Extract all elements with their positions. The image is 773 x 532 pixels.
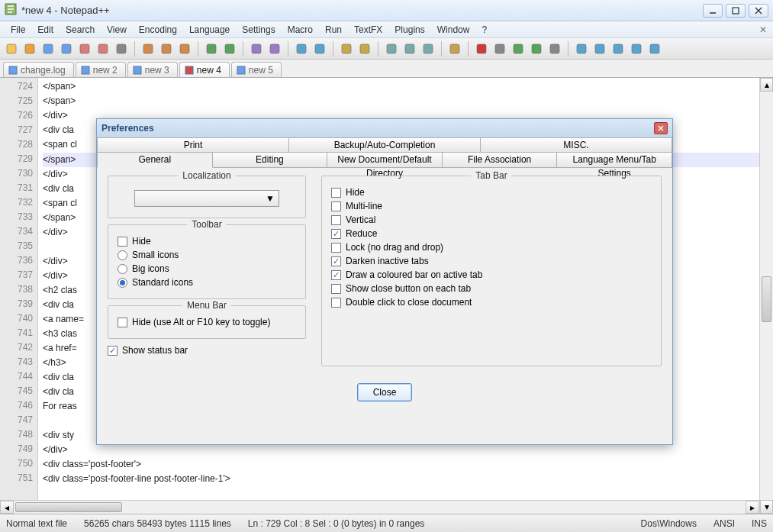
toolbar-big-radio[interactable]: Big icons bbox=[118, 263, 296, 274]
status-filetype: Normal text file bbox=[6, 518, 67, 529]
tab-backup[interactable]: Backup/Auto-Completion bbox=[289, 137, 481, 153]
indent-icon[interactable] bbox=[420, 40, 436, 57]
scroll-up-arrow-icon[interactable]: ▴ bbox=[760, 78, 773, 92]
menu-encoding[interactable]: Encoding bbox=[133, 23, 183, 37]
tabbar-option-1[interactable]: Multi-line bbox=[331, 201, 652, 211]
dialog-close-icon[interactable] bbox=[654, 122, 668, 134]
toolbar-standard-radio[interactable]: Standard icons bbox=[118, 277, 296, 288]
toolbar-legend: Toolbar bbox=[187, 219, 226, 230]
dialog-close-button[interactable]: Close bbox=[357, 383, 413, 401]
sync-h-icon[interactable] bbox=[356, 40, 373, 57]
menu-language[interactable]: Language bbox=[183, 23, 236, 37]
horizontal-scrollbar[interactable]: ◂ ▸ bbox=[0, 500, 759, 514]
save-icon[interactable] bbox=[40, 40, 56, 57]
menu-run[interactable]: Run bbox=[319, 23, 348, 37]
undo-icon[interactable] bbox=[203, 40, 220, 57]
paste-icon[interactable] bbox=[176, 40, 193, 57]
toolbar-small-radio[interactable]: Small icons bbox=[118, 250, 296, 260]
tabbar-option-4[interactable]: Lock (no drag and drop) bbox=[331, 242, 652, 253]
tab-newdoc[interactable]: New Document/Default Directory bbox=[327, 153, 443, 168]
doc-tab-4[interactable]: new 5 bbox=[231, 62, 282, 77]
menu-file[interactable]: File bbox=[5, 23, 31, 37]
toolbar-separator bbox=[333, 41, 333, 56]
show-statusbar-check[interactable]: Show status bar bbox=[108, 345, 306, 356]
toggle-2-icon[interactable] bbox=[591, 40, 608, 57]
tabbar-option-7[interactable]: Show close button on each tab bbox=[331, 283, 652, 294]
all-chars-icon[interactable] bbox=[401, 40, 418, 57]
tab-general[interactable]: General bbox=[97, 153, 213, 168]
zoom-out-icon[interactable] bbox=[311, 40, 328, 57]
save-macro-icon[interactable] bbox=[546, 40, 563, 57]
toggle-1-icon[interactable] bbox=[573, 40, 590, 57]
doc-tab-label: new 4 bbox=[197, 65, 221, 76]
tab-misc[interactable]: MISC. bbox=[481, 137, 672, 153]
scroll-thumb-h[interactable] bbox=[15, 502, 122, 512]
zoom-in-icon[interactable] bbox=[293, 40, 310, 57]
menu-edit[interactable]: Edit bbox=[31, 23, 60, 37]
find-icon[interactable] bbox=[248, 40, 265, 57]
close-button[interactable] bbox=[749, 4, 768, 18]
doc-tab-2[interactable]: new 3 bbox=[127, 62, 178, 77]
maximize-button[interactable] bbox=[726, 4, 746, 18]
doc-close-x-icon[interactable]: ✕ bbox=[759, 24, 767, 35]
tabbar-option-6[interactable]: Draw a coloured bar on active tab bbox=[331, 269, 652, 280]
open-file-icon[interactable] bbox=[21, 40, 38, 57]
dropdown-arrow-icon: ▼ bbox=[265, 193, 275, 204]
tabbar-option-8[interactable]: Double click to close document bbox=[331, 297, 652, 308]
minimize-button[interactable] bbox=[703, 4, 723, 18]
svg-rect-5 bbox=[62, 44, 71, 53]
menu-textfx[interactable]: TextFX bbox=[348, 23, 388, 37]
record-icon[interactable] bbox=[473, 40, 490, 57]
scroll-thumb-v[interactable] bbox=[762, 276, 771, 322]
doc-tab-0[interactable]: change.log bbox=[3, 62, 74, 77]
play-multi-icon[interactable] bbox=[528, 40, 545, 57]
menu-settings[interactable]: Settings bbox=[236, 23, 281, 37]
menu-macro[interactable]: Macro bbox=[282, 23, 319, 37]
menu-search[interactable]: Search bbox=[60, 23, 101, 37]
svg-rect-17 bbox=[315, 44, 324, 53]
toggle-5-icon[interactable] bbox=[646, 40, 663, 57]
doc-tab-label: new 5 bbox=[249, 65, 273, 76]
tabbar-option-3[interactable]: Reduce bbox=[331, 228, 652, 239]
copy-icon[interactable] bbox=[158, 40, 175, 57]
play-icon[interactable] bbox=[510, 40, 527, 57]
svg-rect-23 bbox=[450, 44, 459, 53]
menubar-hide-check[interactable]: Hide (use Alt or F10 key to toggle) bbox=[118, 317, 296, 327]
status-eol: Dos\Windows bbox=[641, 518, 697, 529]
menu-window[interactable]: Window bbox=[431, 23, 476, 37]
tab-langmenu[interactable]: Language Menu/Tab Settings bbox=[557, 153, 672, 168]
replace-icon[interactable] bbox=[266, 40, 283, 57]
tab-fileassoc[interactable]: File Association bbox=[443, 153, 558, 168]
close-all-icon[interactable] bbox=[95, 40, 111, 57]
tabbar-option-5[interactable]: Darken inactive tabs bbox=[331, 256, 652, 266]
new-file-icon[interactable] bbox=[3, 40, 20, 57]
stop-icon[interactable] bbox=[491, 40, 508, 57]
toggle-3-icon[interactable] bbox=[610, 40, 626, 57]
tabbar-option-2[interactable]: Vertical bbox=[331, 214, 652, 225]
localization-combo[interactable]: ▼ bbox=[134, 190, 279, 207]
svg-rect-20 bbox=[387, 44, 396, 53]
doc-tab-3[interactable]: new 4 bbox=[179, 62, 230, 77]
menu-help[interactable]: ? bbox=[475, 23, 493, 37]
tab-print[interactable]: Print bbox=[97, 137, 289, 153]
tabbar-option-0[interactable]: Hide bbox=[331, 187, 652, 198]
doc-tab-1[interactable]: new 2 bbox=[76, 62, 126, 77]
redo-icon[interactable] bbox=[221, 40, 238, 57]
folder-icon[interactable] bbox=[446, 40, 463, 57]
svg-rect-7 bbox=[98, 44, 108, 53]
menu-view[interactable]: View bbox=[101, 23, 133, 37]
save-all-icon[interactable] bbox=[58, 40, 75, 57]
vertical-scrollbar[interactable]: ▴ ▾ bbox=[759, 78, 773, 514]
scroll-right-arrow-icon[interactable]: ▸ bbox=[746, 501, 759, 514]
toolbar-hide-check[interactable]: Hide bbox=[118, 236, 296, 247]
print-icon[interactable] bbox=[113, 40, 130, 57]
sync-v-icon[interactable] bbox=[338, 40, 355, 57]
scroll-left-arrow-icon[interactable]: ◂ bbox=[0, 501, 14, 514]
menu-plugins[interactable]: Plugins bbox=[388, 23, 430, 37]
toggle-4-icon[interactable] bbox=[628, 40, 645, 57]
close-icon[interactable] bbox=[76, 40, 93, 57]
cut-icon[interactable] bbox=[140, 40, 156, 57]
tab-editing[interactable]: Editing bbox=[213, 153, 328, 168]
scroll-down-arrow-icon[interactable]: ▾ bbox=[760, 500, 773, 514]
wrap-icon[interactable] bbox=[383, 40, 400, 57]
